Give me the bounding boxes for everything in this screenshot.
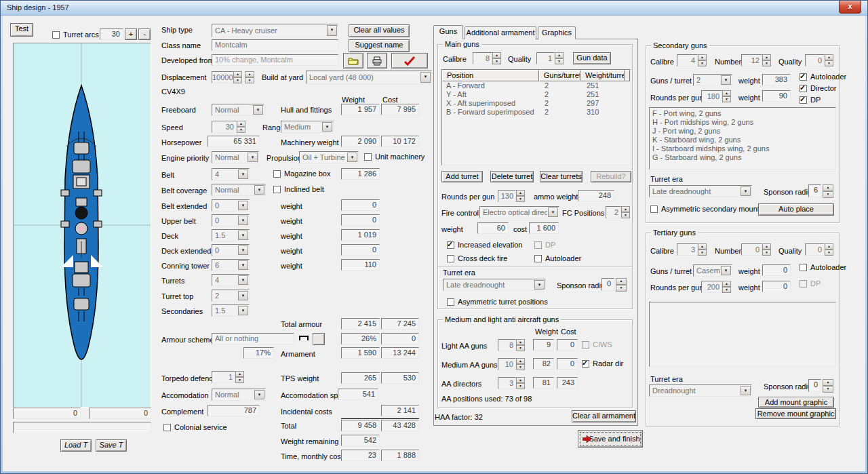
tertiary-guns-per-turret-dropdown[interactable]: Casemat ▼ bbox=[693, 264, 732, 277]
spinner-up-down[interactable]: ▲▼ bbox=[698, 54, 707, 66]
belt-extended-dropdown[interactable]: 0 ▼ bbox=[212, 199, 250, 212]
list-item[interactable]: H - Port midships wing, 2 guns bbox=[652, 118, 835, 127]
tertiary-positions-list[interactable] bbox=[649, 302, 836, 367]
turret-position-table[interactable]: Position Guns/turret Weight/turret A - F… bbox=[441, 69, 631, 165]
deck-extended-dropdown[interactable]: 0 ▼ bbox=[212, 244, 250, 256]
remove-mount-graphic-button[interactable]: Remove mount graphic bbox=[755, 408, 836, 419]
weight-per-turret-column-header[interactable]: Weight/turret bbox=[580, 70, 625, 81]
armour-scheme-field[interactable]: All or nothing bbox=[212, 333, 294, 344]
tab-guns[interactable]: Guns bbox=[433, 25, 463, 39]
tab-additional-armament[interactable]: Additional armament bbox=[465, 26, 536, 39]
list-item[interactable]: F - Port wing, 2 guns bbox=[652, 109, 835, 118]
save-and-finish-button[interactable]: Save and finish bbox=[578, 430, 643, 448]
deck-dropdown[interactable]: 1.5 ▼ bbox=[212, 229, 250, 241]
upper-belt-dropdown[interactable]: 0 ▼ bbox=[212, 214, 250, 226]
clear-all-values-button[interactable]: Clear all values bbox=[349, 24, 410, 37]
delete-turret-button[interactable]: Delete turret bbox=[490, 171, 534, 182]
main-calibre-spinner[interactable]: 8 ▲▼ bbox=[473, 52, 501, 64]
displacement-spinner[interactable]: 10000 ▲▼ bbox=[212, 71, 242, 83]
auto-place-button[interactable]: Auto place bbox=[758, 203, 834, 216]
save-template-button[interactable]: Save T bbox=[96, 439, 127, 452]
spinner-up-down[interactable]: ▲▼ bbox=[555, 52, 564, 64]
arc-plus-button[interactable]: + bbox=[125, 28, 137, 40]
spinner-up-down[interactable]: ▲▼ bbox=[235, 371, 244, 383]
spinner-up-down[interactable]: ▲▼ bbox=[825, 243, 833, 256]
engine-priority-dropdown[interactable]: Normal ▼ bbox=[212, 151, 259, 163]
turret-top-dropdown[interactable]: 2 ▼ bbox=[212, 290, 250, 302]
clear-all-armament-button[interactable]: Clear all armament bbox=[572, 410, 636, 422]
spinner-up-down[interactable]: ▲▼ bbox=[492, 52, 501, 64]
range-dropdown[interactable]: Medium ▼ bbox=[281, 121, 334, 133]
tab-graphics[interactable]: Graphics bbox=[538, 26, 576, 39]
test-button[interactable]: Test bbox=[10, 23, 33, 37]
add-mount-graphic-button[interactable]: Add mount graphic bbox=[758, 397, 834, 408]
displacement-fine-up-down[interactable]: ▲▼ bbox=[245, 71, 254, 83]
secondary-number-spinner[interactable]: 12 ▲▼ bbox=[741, 54, 771, 66]
spinner-up-down[interactable]: ▲▼ bbox=[233, 71, 242, 83]
spinner-up-down[interactable]: ▲▼ bbox=[762, 243, 771, 256]
spinner-up-down[interactable]: ▲▼ bbox=[516, 358, 525, 370]
clear-turrets-button[interactable]: Clear turrets bbox=[540, 171, 583, 182]
suggest-name-button[interactable]: Suggest name bbox=[349, 39, 410, 52]
table-row[interactable]: Y - Aft 2 251 bbox=[442, 90, 630, 99]
guns-per-turret-column-header[interactable]: Guns/turret bbox=[539, 70, 580, 81]
fc-positions-spinner[interactable]: 2 ▲▼ bbox=[606, 206, 630, 218]
secondary-quality-spinner[interactable]: 0 ▲▼ bbox=[805, 54, 833, 66]
tertiary-turret-era-dropdown[interactable]: Dreadnought ▼ bbox=[649, 384, 752, 397]
spinner-up-down[interactable]: ▲▼ bbox=[825, 54, 833, 66]
ship-design-canvas[interactable] bbox=[13, 43, 151, 408]
load-template-button[interactable]: Load T bbox=[60, 439, 92, 452]
main-rounds-spinner[interactable]: 130 ▲▼ bbox=[498, 190, 525, 202]
close-button[interactable]: x bbox=[839, 1, 861, 14]
fire-control-dropdown[interactable]: Electro optical director ▼ bbox=[479, 206, 559, 218]
armour-scheme-button[interactable] bbox=[313, 333, 325, 345]
speed-spinner[interactable]: 30 ▲▼ bbox=[212, 121, 245, 133]
belt-dropdown[interactable]: 4 ▼ bbox=[212, 168, 250, 180]
sponson-up-down[interactable]: ▲▼ bbox=[823, 379, 833, 393]
secondary-turret-era-dropdown[interactable]: Late dreadnought ▼ bbox=[649, 185, 752, 197]
spinner-up-down[interactable]: ▲▼ bbox=[516, 339, 525, 351]
spinner-up-down[interactable]: ▲▼ bbox=[621, 206, 630, 218]
sponson-up-down[interactable]: ▲▼ bbox=[823, 184, 833, 198]
secondaries-dropdown[interactable]: 1.5 ▼ bbox=[212, 304, 250, 317]
spinner-up-down[interactable]: ▲▼ bbox=[516, 190, 525, 202]
secondary-calibre-spinner[interactable]: 4 ▲▼ bbox=[677, 54, 707, 66]
class-name-field[interactable]: Montcalm bbox=[212, 39, 338, 51]
confirm-button[interactable] bbox=[391, 53, 428, 68]
open-button[interactable] bbox=[343, 53, 363, 68]
freeboard-dropdown[interactable]: Normal ▼ bbox=[212, 104, 264, 116]
table-row[interactable]: X - Aft superimposed 2 297 bbox=[442, 99, 630, 108]
sponson-up-down[interactable]: ▲▼ bbox=[616, 278, 627, 292]
tertiary-quality-spinner[interactable]: 0 ▲▼ bbox=[805, 243, 833, 256]
spinner-up-down[interactable]: ▲▼ bbox=[762, 54, 771, 66]
print-button[interactable] bbox=[367, 53, 387, 68]
spinner-up-down[interactable]: ▲▼ bbox=[516, 377, 525, 389]
medium-aa-spinner[interactable]: 10 ▲▼ bbox=[498, 358, 525, 370]
secondary-guns-per-turret-dropdown[interactable]: 2 ▼ bbox=[693, 74, 732, 86]
belt-coverage-dropdown[interactable]: Normal ▼ bbox=[212, 184, 266, 196]
turrets-dropdown[interactable]: 4 ▼ bbox=[212, 274, 250, 286]
add-turret-button[interactable]: Add turret bbox=[441, 171, 483, 182]
ship-type-dropdown[interactable]: CA - Heavy cruiser ▼ bbox=[212, 24, 338, 37]
light-aa-spinner[interactable]: 8 ▲▼ bbox=[498, 339, 525, 351]
list-item[interactable]: J - Port wing, 2 guns bbox=[652, 127, 835, 136]
main-quality-spinner[interactable]: 1 ▲▼ bbox=[536, 52, 564, 64]
spinner-up-down[interactable]: ▲▼ bbox=[237, 121, 245, 133]
table-row[interactable]: B - Forward superimposed 2 310 bbox=[442, 108, 630, 117]
build-at-yard-dropdown[interactable]: Local yard (48 000) ▼ bbox=[306, 71, 432, 84]
turret-arc-value[interactable]: 30 bbox=[100, 28, 123, 40]
tertiary-rounds-spinner[interactable]: 200 ▲▼ bbox=[701, 281, 731, 293]
list-item[interactable]: G - Starboard wing, 2 guns bbox=[652, 153, 835, 162]
table-row[interactable]: A - Forward 2 251 bbox=[442, 81, 630, 90]
tertiary-calibre-spinner[interactable]: 3 ▲▼ bbox=[677, 243, 707, 256]
accomodation-dropdown[interactable]: Normal ▼ bbox=[212, 389, 266, 401]
gun-data-button[interactable]: Gun data bbox=[573, 52, 611, 64]
spinner-up-down[interactable]: ▲▼ bbox=[698, 243, 707, 256]
torpedo-defence-spinner[interactable]: 1 ▲▼ bbox=[212, 371, 244, 383]
tertiary-number-spinner[interactable]: 0 ▲▼ bbox=[741, 243, 771, 256]
spinner-up-down[interactable]: ▲▼ bbox=[722, 281, 731, 293]
main-turret-era-dropdown[interactable]: Late dreadnought ▼ bbox=[443, 279, 546, 291]
aa-directors-spinner[interactable]: 3 ▲▼ bbox=[498, 377, 525, 389]
position-column-header[interactable]: Position bbox=[442, 70, 539, 81]
conning-tower-dropdown[interactable]: 6 ▼ bbox=[212, 259, 250, 271]
